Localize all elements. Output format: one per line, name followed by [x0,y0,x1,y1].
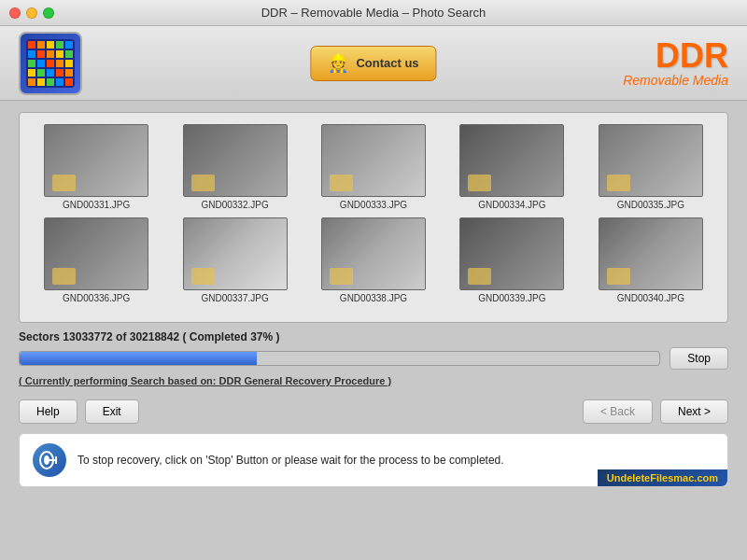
svg-rect-21 [28,78,35,86]
maximize-button[interactable] [43,7,54,19]
photo-thumb-7 [183,217,288,290]
svg-rect-25 [65,78,73,86]
svg-rect-20 [65,69,73,77]
photo-thumb-6 [44,217,148,290]
traffic-lights [9,7,54,19]
window-title: DDR – Removable Media – Photo Search [261,6,486,20]
svg-rect-17 [37,69,45,77]
search-info: ( Currently performing Search based on: … [19,375,728,386]
photo-container: GND00331.JPG GND00332.JPG GND00333.JPG G… [19,112,728,323]
photo-label-10: GND00340.JPG [617,293,684,303]
right-buttons: < Back Next > [583,399,728,424]
photo-row-2: GND00336.JPG GND00337.JPG GND00338.JPG G… [31,217,716,303]
svg-rect-18 [47,69,54,77]
svg-rect-19 [56,69,63,77]
svg-rect-5 [65,41,73,49]
left-buttons: Help Exit [19,399,139,424]
progress-row: Stop [19,347,728,370]
back-button[interactable]: < Back [583,399,653,424]
svg-rect-15 [65,60,73,67]
app-logo [19,32,82,95]
svg-rect-10 [65,50,73,58]
list-item: GND00332.JPG [169,124,300,210]
brand-area: DDR Removable Media [623,39,728,88]
svg-rect-14 [56,60,63,67]
svg-rect-6 [28,50,35,58]
svg-rect-22 [37,78,45,86]
svg-rect-7 [37,50,45,58]
sectors-text: Sectors 13033772 of 30218842 ( Completed… [19,330,728,343]
progress-bar [19,351,660,366]
info-message: To stop recovery, click on 'Stop' Button… [78,454,504,467]
svg-rect-3 [47,41,54,49]
help-button[interactable]: Help [19,399,78,424]
contact-icon: 👷 [328,53,348,74]
button-row: Help Exit < Back Next > [19,399,728,424]
contact-label: Contact us [356,56,418,70]
photo-label-1: GND00331.JPG [63,200,130,210]
photo-thumb-9 [459,217,564,290]
main-content: GND00331.JPG GND00332.JPG GND00333.JPG G… [0,101,747,498]
minimize-button[interactable] [26,7,37,19]
photo-label-6: GND00336.JPG [63,293,130,303]
close-button[interactable] [9,7,21,19]
info-icon [33,443,66,477]
photo-label-4: GND00334.JPG [478,200,545,210]
photo-thumb-3 [321,124,426,197]
svg-rect-12 [37,60,45,67]
contact-button[interactable]: 👷 Contact us [310,46,436,81]
header: 👷 Contact us DDR Removable Media [0,26,747,101]
info-box: To stop recovery, click on 'Stop' Button… [19,433,728,487]
svg-rect-24 [56,78,63,86]
svg-rect-8 [47,50,54,58]
photo-thumb-1 [44,124,148,197]
svg-rect-13 [47,60,54,67]
svg-rect-4 [56,41,63,49]
photo-label-9: GND00339.JPG [478,293,545,303]
photo-thumb-5 [599,124,703,197]
status-area: Sectors 13033772 of 30218842 ( Completed… [19,330,728,399]
svg-rect-16 [28,69,35,77]
photo-label-2: GND00332.JPG [201,200,268,210]
photo-thumb-4 [459,124,564,197]
svg-rect-11 [28,60,35,67]
list-item: GND00336.JPG [31,217,162,303]
photo-row-1: GND00331.JPG GND00332.JPG GND00333.JPG G… [31,124,716,210]
brand-subtitle: Removable Media [623,73,728,88]
list-item: GND00340.JPG [585,217,716,303]
stop-button[interactable]: Stop [669,347,728,370]
photo-label-3: GND00333.JPG [340,200,407,210]
svg-rect-9 [56,50,63,58]
watermark: UndeleteFilesmac.com [598,469,727,486]
brand-title: DDR [623,39,728,73]
list-item: GND00335.JPG [585,124,716,210]
list-item: GND00338.JPG [308,217,439,303]
exit-button[interactable]: Exit [85,399,139,424]
svg-rect-2 [37,41,45,49]
list-item: GND00334.JPG [446,124,577,210]
list-item: GND00333.JPG [308,124,439,210]
photo-label-8: GND00338.JPG [340,293,407,303]
photo-thumb-10 [599,217,703,290]
svg-rect-23 [47,78,54,86]
photo-label-7: GND00337.JPG [201,293,268,303]
list-item: GND00339.JPG [446,217,577,303]
list-item: GND00331.JPG [31,124,162,210]
photo-thumb-8 [321,217,426,290]
titlebar: DDR – Removable Media – Photo Search [0,0,747,26]
photo-thumb-2 [183,124,288,197]
progress-fill [20,352,257,365]
list-item: GND00337.JPG [169,217,300,303]
watermark-text: UndeleteFilesmac.com [607,472,718,483]
photo-label-5: GND00335.JPG [617,200,684,210]
svg-rect-1 [28,41,35,49]
logo-icon [26,39,75,88]
search-info-text: ( Currently performing Search based on: … [19,375,391,386]
next-button[interactable]: Next > [660,399,728,424]
